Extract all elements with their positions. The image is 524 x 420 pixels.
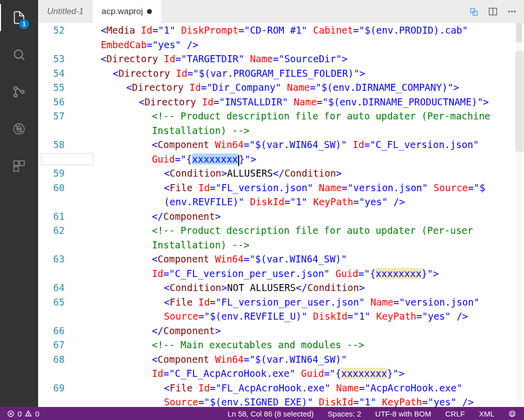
no-bug-icon: [12, 122, 26, 136]
compare-changes-icon[interactable]: [469, 7, 479, 17]
code-line: Installation) -->: [77, 238, 524, 252]
lineno: 68: [53, 352, 65, 367]
code-line: Id="C_FL_version_per_user.json" Guid="{x…: [77, 266, 524, 281]
warning-icon: [25, 410, 32, 417]
svg-point-20: [28, 415, 29, 415]
tab-acp-waproj[interactable]: acp.waproj: [93, 0, 161, 23]
lineno: 65: [53, 295, 65, 310]
svg-point-22: [511, 412, 512, 413]
svg-point-2: [14, 87, 17, 90]
extensions-activity[interactable]: [0, 153, 38, 180]
smiley-icon: [508, 410, 516, 417]
code-line: </Component>: [77, 324, 524, 338]
extensions-icon: [12, 159, 26, 173]
lineno: 69: [53, 381, 65, 395]
lineno: 66: [53, 324, 65, 338]
code-line: <Component Win64="$(var.WIN64_SW)": [77, 252, 524, 266]
lineno: 62: [53, 223, 65, 238]
scm-activity[interactable]: [0, 78, 38, 105]
lineno: 54: [53, 66, 65, 81]
svg-rect-7: [20, 161, 24, 166]
code-line: <Condition>NOT ALLUSERS</Condition>: [77, 281, 524, 295]
lineno: 52: [53, 23, 65, 38]
code-line: <Directory Id="INSTALLDIR" Name="$(env.D…: [77, 95, 524, 109]
status-feedback[interactable]: [506, 410, 518, 417]
code-line: <Directory Id="Dir_Company" Name="$(env.…: [77, 80, 524, 95]
code-line: <!-- Product description file for auto u…: [77, 109, 524, 123]
overview-ruler[interactable]: [516, 23, 522, 407]
code-line: <File Id="FL_AcpAcroHook.exe" Name="AcpA…: [77, 381, 524, 395]
svg-rect-8: [14, 167, 19, 171]
lineno: 63: [53, 252, 65, 266]
status-encoding[interactable]: UTF-8 with BOM: [373, 409, 433, 418]
code-line: <Directory Id="$(var.PROGRAM_FILES_FOLDE…: [77, 66, 524, 81]
svg-rect-10: [473, 11, 477, 15]
lineno: 55: [53, 80, 65, 95]
svg-line-1: [22, 57, 24, 60]
more-actions-icon[interactable]: [507, 7, 517, 17]
lineno: 56: [53, 95, 65, 109]
lineno: 61: [53, 209, 65, 224]
code-line: <Component Win64="$(var.WIN64_SW)" Id="C…: [77, 137, 524, 152]
code-line: Guid="{xxxxxxxx}">: [77, 152, 524, 167]
svg-point-3: [14, 94, 17, 97]
status-problems[interactable]: 0 0: [5, 409, 42, 418]
lineno: 64: [53, 281, 65, 295]
code-line: <Directory Id="TARGETDIR" Name="SourceDi…: [77, 52, 524, 66]
code-content[interactable]: <Media Id="1" DiskPrompt="CD-ROM #1" Cab…: [77, 23, 524, 407]
dirty-indicator-icon: [147, 9, 152, 14]
lineno: 58: [53, 137, 65, 152]
code-line: <File Id="FL_version_per_user.json" Name…: [77, 295, 524, 310]
svg-point-14: [511, 11, 512, 12]
status-eol[interactable]: CRLF: [443, 409, 467, 418]
tab-untitled[interactable]: Untitled-1: [38, 0, 93, 23]
svg-point-4: [21, 90, 24, 93]
code-line: Id="C_FL_AcpAcroHook.exe" Guid="{xxxxxxx…: [77, 366, 524, 381]
find-match: xxxxxxxx: [341, 368, 387, 379]
lineno: 59: [53, 166, 65, 181]
svg-rect-6: [14, 161, 19, 166]
lineno: 57: [53, 109, 65, 123]
code-line: <!-- Product description file for auto u…: [77, 223, 524, 238]
search-activity[interactable]: [0, 41, 38, 68]
code-line: (env.REVFILE)" DiskId="1" KeyPath="yes" …: [77, 195, 524, 209]
overview-viewport[interactable]: [515, 51, 524, 152]
code-line: <Component Win64="$(var.WIN64_SW)": [77, 352, 524, 367]
warning-count: 0: [35, 409, 39, 418]
error-icon: [7, 410, 15, 417]
debug-activity[interactable]: [0, 115, 38, 143]
explorer-activity[interactable]: 1: [0, 4, 38, 31]
code-line: <Media Id="1" DiskPrompt="CD-ROM #1" Cab…: [77, 23, 524, 38]
editor-actions: [469, 0, 524, 23]
editor[interactable]: 52 . 53 54 55 56 57 . 58 . 59 60 . 61 62…: [38, 23, 524, 407]
status-bar: 0 0 Ln 58, Col 86 (8 selected) Spaces: 2…: [0, 407, 524, 420]
code-line: Installation) -->: [77, 123, 524, 138]
activity-bar: 1: [0, 0, 38, 407]
tab-label: Untitled-1: [47, 7, 84, 17]
source-control-icon: [12, 85, 26, 99]
code-line: <File Id="FL_version.json" Name="version…: [77, 181, 524, 195]
svg-point-13: [508, 11, 510, 12]
code-line: </Component>: [77, 209, 524, 224]
error-count: 0: [18, 409, 22, 418]
code-line: EmbedCab="yes" />: [77, 38, 524, 52]
selection: xxxxxxxx: [192, 154, 238, 165]
find-match: xxxxxxxx: [376, 268, 422, 279]
lineno: 60: [53, 181, 65, 195]
svg-point-0: [15, 50, 23, 58]
status-language-mode[interactable]: XML: [477, 409, 496, 418]
status-cursor-position[interactable]: Ln 58, Col 86 (8 selected): [226, 409, 316, 418]
explorer-badge: 1: [19, 19, 29, 29]
svg-point-23: [513, 412, 514, 413]
lineno: 53: [53, 52, 65, 66]
svg-rect-9: [470, 9, 474, 13]
split-editor-icon[interactable]: [488, 7, 498, 17]
code-line: Source="$(env.REVFILE_U)" DiskId="1" Key…: [77, 309, 524, 324]
tab-label: acp.waproj: [102, 7, 143, 17]
svg-point-15: [514, 11, 515, 12]
search-icon: [12, 48, 26, 62]
status-indentation[interactable]: Spaces: 2: [326, 409, 364, 418]
overview-thumb: [516, 23, 522, 42]
lineno: 67: [53, 338, 65, 352]
editor-tabs: Untitled-1 acp.waproj: [38, 0, 524, 23]
